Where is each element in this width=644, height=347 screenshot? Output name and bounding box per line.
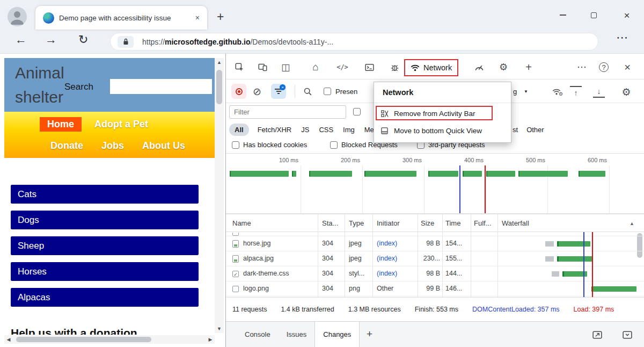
column-header-type[interactable]: Type <box>349 214 372 232</box>
request-type-pill-img[interactable]: Img <box>342 124 356 136</box>
scroll-down-icon[interactable]: ▼ <box>215 324 224 333</box>
animal-button-sheep[interactable]: Sheep <box>11 236 199 255</box>
url-bar[interactable]: https://microsoftedge.github.io/Demos/de… <box>110 33 598 50</box>
tool-console-button[interactable] <box>363 61 375 73</box>
tab-close-icon[interactable]: × <box>193 13 202 22</box>
animal-button-alpacas[interactable]: Alpacas <box>11 288 199 307</box>
search-network-button[interactable] <box>301 85 314 97</box>
activity-bar-network-button[interactable]: Network <box>404 59 458 76</box>
page-vertical-scrollbar[interactable]: ▲ ▼ <box>215 58 224 333</box>
nav-link-donate[interactable]: Donate <box>49 139 84 153</box>
add-tool-button[interactable]: + <box>523 61 535 73</box>
request-initiator[interactable]: (index) <box>377 236 416 251</box>
expand-quick-view-button[interactable] <box>621 329 634 340</box>
column-header-name[interactable]: Name <box>232 214 313 232</box>
column-header-time[interactable]: Time <box>445 214 470 232</box>
timeline-tick-label: 300 ms <box>393 157 422 163</box>
filter-option-has-blocked-cookies[interactable]: Has blocked cookies <box>232 141 307 149</box>
has-blocked-cookies-checkbox[interactable] <box>232 141 239 149</box>
help-button[interactable]: ? <box>599 62 609 72</box>
request-type-pill-other[interactable]: Other <box>525 124 545 136</box>
vertical-scroll-thumb[interactable] <box>216 70 222 104</box>
column-header-waterfall[interactable]: Waterfall <box>502 214 625 232</box>
invert-filter-checkbox[interactable] <box>353 108 361 115</box>
nav-link-jobs[interactable]: Jobs <box>100 139 125 153</box>
drawer-tab-issues[interactable]: Issues <box>279 322 315 347</box>
close-devtools-button[interactable]: × <box>621 61 633 73</box>
filter-input[interactable] <box>229 105 346 119</box>
column-header-sta[interactable]: Sta... <box>322 214 345 232</box>
forward-button[interactable]: → <box>45 33 57 47</box>
tool-performance-button[interactable] <box>473 61 485 73</box>
request-type-pill-js[interactable]: JS <box>300 124 310 136</box>
back-button[interactable]: ← <box>15 33 27 47</box>
column-header-initiator[interactable]: Initiator <box>377 214 416 232</box>
drawer-tab-console[interactable]: Console <box>237 322 279 347</box>
request-type-pill-css[interactable]: CSS <box>318 124 334 136</box>
menu-item-move-to-bottom-quick-view[interactable]: Move to bottom Quick View <box>374 122 511 139</box>
filter-toggle-button[interactable]: × <box>271 84 286 99</box>
page-horizontal-scrollbar[interactable]: ◀ ▶ <box>4 335 215 344</box>
browser-menu-button[interactable]: ⋯ <box>616 31 628 45</box>
dock-side-button[interactable]: ◫ <box>280 61 291 73</box>
scroll-up-icon[interactable]: ▲ <box>215 58 224 67</box>
new-tab-button[interactable]: + <box>217 10 224 24</box>
menu-item-remove-from-activity-bar[interactable]: Remove from Activity Bar <box>374 105 511 122</box>
request-initiator[interactable]: (index) <box>377 266 416 281</box>
request-type-pill-all[interactable]: All <box>229 124 249 136</box>
dock-quick-view-button[interactable] <box>591 329 604 340</box>
column-divider <box>372 232 373 297</box>
blocked-requests-checkbox[interactable] <box>330 141 338 149</box>
nav-link-adopt-a-pet[interactable]: Adopt a Pet <box>93 117 149 132</box>
caret-down-icon[interactable]: ▼ <box>524 89 528 94</box>
more-tools-button[interactable]: ⋯ <box>576 61 588 73</box>
profile-avatar[interactable] <box>8 7 27 26</box>
nav-link-home[interactable]: Home <box>40 117 82 132</box>
throttling-dropdown[interactable]: g <box>513 88 517 96</box>
tool-welcome-button[interactable]: ⌂ <box>310 61 321 73</box>
tool-sources-button[interactable]: </> <box>334 61 350 73</box>
import-har-button[interactable]: ↑ <box>570 86 582 98</box>
maximize-button[interactable] <box>586 8 601 23</box>
column-divider <box>497 232 498 297</box>
nav-link-about-us[interactable]: About Us <box>141 139 186 153</box>
request-row-dark-theme-css[interactable]: ✓dark-theme.css304styl...(index)98 B144.… <box>226 266 644 281</box>
network-overview-timeline[interactable]: 100 ms200 ms300 ms400 ms500 ms600 ms <box>226 154 644 214</box>
column-header-size[interactable]: Size <box>421 214 440 232</box>
sort-ascending-icon[interactable]: ▲ <box>630 221 634 226</box>
record-network-log-button[interactable] <box>231 84 246 99</box>
network-conditions-button[interactable]: ⚙ <box>551 86 562 98</box>
site-permissions-chip[interactable] <box>118 36 134 48</box>
animal-button-dogs[interactable]: Dogs <box>11 211 199 229</box>
drawer-tabs: ConsoleIssuesChanges <box>237 322 360 347</box>
browser-tab[interactable]: Demo page with accessibility issue × <box>35 6 207 30</box>
add-drawer-tab-button[interactable]: + <box>367 328 372 340</box>
animal-button-cats[interactable]: Cats <box>11 185 199 204</box>
request-row-horse-jpg[interactable]: horse.jpg304jpeg(index)98 B154... <box>226 236 644 251</box>
refresh-button[interactable]: ↻ <box>78 33 88 47</box>
scroll-right-icon[interactable]: ▶ <box>206 335 215 344</box>
animal-button-horses[interactable]: Horses <box>11 262 199 281</box>
device-emulation-button[interactable] <box>257 61 268 73</box>
tool-issues-button[interactable] <box>389 61 400 73</box>
horizontal-scroll-thumb[interactable] <box>16 337 151 342</box>
column-header-fulf[interactable]: Fulf... <box>474 214 496 232</box>
request-row-alpaca-jpg[interactable]: alpaca.jpg304jpeg(index)230...155... <box>226 251 644 266</box>
inspect-element-button[interactable] <box>233 61 245 73</box>
drawer-tab-changes[interactable]: Changes <box>314 322 360 347</box>
clear-network-log-button[interactable]: ⊘ <box>251 85 264 97</box>
scroll-left-icon[interactable]: ◀ <box>4 335 13 344</box>
minimize-button[interactable] <box>555 8 570 23</box>
close-window-button[interactable]: × <box>619 8 634 23</box>
request-type-pill-fetch-xhr[interactable]: Fetch/XHR <box>257 124 293 136</box>
request-type-pill-st[interactable]: st <box>511 124 519 136</box>
export-har-button[interactable]: ↓ <box>593 86 605 98</box>
search-input[interactable] <box>110 79 212 94</box>
tool-settings-gear-button[interactable]: ⚙ <box>497 61 509 73</box>
network-settings-button[interactable]: ⚙ <box>620 86 632 98</box>
console-icon <box>365 63 374 71</box>
preserve-log-checkbox[interactable] <box>324 88 331 95</box>
request-row-logo-png[interactable]: logo.png304pngOther99 B146... <box>226 281 644 297</box>
page-header: Animal shelter Search <box>4 58 215 112</box>
request-initiator[interactable]: (index) <box>377 251 416 266</box>
